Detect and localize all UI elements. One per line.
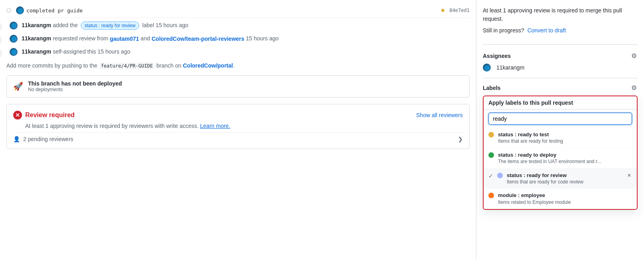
label-name: module : employee <box>498 192 632 199</box>
assignee-avatar: 🌐 <box>483 64 491 72</box>
assignee-name: 11karangm <box>496 64 524 71</box>
labels-dropdown-panel: Apply labels to this pull request status… <box>483 96 638 210</box>
commit-text: completed pr guide <box>26 8 441 14</box>
review-required-title: Review required <box>25 112 75 119</box>
still-in-progress-text: Still in progress? Convert to draft <box>483 26 638 35</box>
self-assign-action: self-assigned this 15 hours ago <box>53 48 130 56</box>
label-color-dot <box>488 193 494 198</box>
merge-requirement-text: At least 1 approving review is required … <box>483 6 638 23</box>
commit-circle <box>6 8 11 13</box>
assignee-item: 🌐 11karangm <box>483 64 638 72</box>
labels-gear-button[interactable]: ⚙ <box>630 83 638 92</box>
label-action: added the <box>53 21 78 30</box>
self-assign-event: 👤 🌐 11karangm self-assigned this 15 hour… <box>6 48 470 56</box>
sidebar: At least 1 approving review is required … <box>476 0 644 259</box>
label-item-ready-to-test[interactable]: status : ready to test Items that are re… <box>484 128 637 148</box>
deploy-subtitle: No deployments <box>28 87 122 92</box>
label-color-dot <box>497 173 503 178</box>
label-user: 11karangm <box>22 21 51 30</box>
label-desc: The items are tested in UAT environment … <box>498 159 632 165</box>
error-icon: ✕ <box>13 111 22 120</box>
labels-search-input[interactable] <box>488 113 632 125</box>
label-desc: Items that are ready for code review <box>507 179 622 185</box>
labels-search-container <box>488 113 632 125</box>
merge-requirement-section: At least 1 approving review is required … <box>483 0 638 45</box>
learn-more-link[interactable]: Learn more. <box>200 123 230 129</box>
tag-icon: 🏷 <box>0 21 2 32</box>
label-item-module-employee[interactable]: module : employee Items related to Emplo… <box>484 189 637 209</box>
user-avatar: 🌐 <box>10 22 18 30</box>
label-item-ready-to-deploy[interactable]: status : ready to deploy The items are t… <box>484 148 637 169</box>
chevron-down-icon: ❯ <box>458 136 463 142</box>
labels-panel-header: Apply labels to this pull request <box>484 96 637 110</box>
user-avatar-3: 🌐 <box>10 48 18 56</box>
assignees-section: Assignees ⚙ 🌐 11karangm <box>483 51 638 72</box>
branch-info: Add more commits by pushing to the featu… <box>6 62 470 69</box>
commit-hash: 84e7ed1 <box>449 8 470 13</box>
check-icon: ✓ <box>488 173 493 179</box>
user-avatar-2: 🌐 <box>10 35 18 43</box>
labels-section: Labels ⚙ Apply labels to this pull reque… <box>483 83 638 210</box>
remove-label-button[interactable]: ✕ <box>626 172 632 179</box>
convert-to-draft-link[interactable]: Convert to draft <box>527 27 566 34</box>
branch-name: feature/4/PR-GUIDE <box>99 62 155 70</box>
label-name: status : ready to deploy <box>498 151 632 159</box>
label-suffix: label 15 hours ago <box>142 21 188 30</box>
review-required-box: ✕ Review required Show all reviewers At … <box>6 104 470 149</box>
labels-title: Labels <box>483 85 500 91</box>
deploy-title: This branch has not been deployed <box>28 80 122 87</box>
assignees-title: Assignees <box>483 53 511 59</box>
show-reviewers-link[interactable]: Show all reviewers <box>416 112 463 118</box>
reviewer2-link[interactable]: ColoredCow/team-portal-reviewers <box>152 36 244 42</box>
label-name: status : ready to test <box>498 131 632 138</box>
label-badge: status : ready for review <box>81 22 139 30</box>
label-item-ready-for-review[interactable]: ✓ status : ready for review Items that a… <box>484 169 637 189</box>
commit-item: 🌐 completed pr guide 84e7ed1 <box>6 3 470 18</box>
review-action: requested review from <box>53 34 108 43</box>
pending-reviewers: 👤 2 pending reviewers ❯ <box>13 132 463 142</box>
reviewer1-link[interactable]: gautam071 <box>110 36 139 42</box>
assignees-gear-button[interactable]: ⚙ <box>630 51 638 60</box>
label-color-dot <box>488 132 494 137</box>
label-desc: Items that are ready for testing <box>498 138 632 145</box>
person-icon: 👤 <box>0 48 2 59</box>
repo-link[interactable]: ColoredCow/portal <box>183 62 233 69</box>
label-desc: Items related to Employee module <box>498 199 632 206</box>
self-assign-user: 11karangm <box>22 48 51 56</box>
review-user: 11karangm <box>22 34 51 43</box>
label-event: 🏷 🌐 11karangm added the status : ready f… <box>6 21 470 30</box>
review-request-event: 👁 🌐 11karangm requested review from gaut… <box>6 34 470 43</box>
label-color-dot <box>488 152 494 158</box>
avatar: 🌐 <box>16 6 24 14</box>
label-name: status : ready for review <box>507 172 622 179</box>
deploy-box: 🚀 This branch has not been deployed No d… <box>6 75 470 98</box>
review-and: and <box>141 34 150 43</box>
labels-list: status : ready to test Items that are re… <box>484 128 637 209</box>
pending-count: 2 pending reviewers <box>23 136 73 142</box>
eye-icon: 👁 <box>0 34 2 46</box>
review-time: 15 hours ago <box>246 34 279 43</box>
rocket-icon: 🚀 <box>13 82 23 91</box>
person-icon-2: 👤 <box>13 136 20 142</box>
review-description: At least 1 approving review is required … <box>25 123 463 129</box>
commit-hash-dot <box>441 9 444 12</box>
